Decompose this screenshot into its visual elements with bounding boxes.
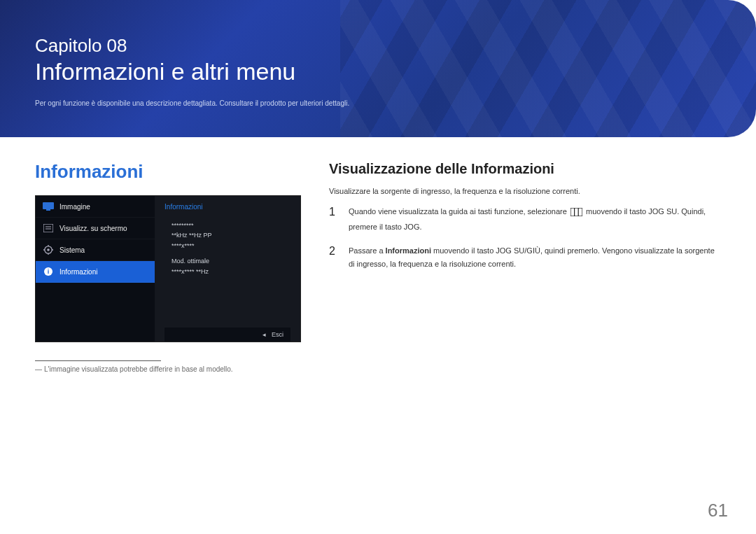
- osd-data-block: ********* **kHz **Hz PP ****x**** Mod. o…: [172, 220, 290, 282]
- footnote: ―L'immagine visualizzata potrebbe differ…: [35, 365, 301, 373]
- osd-text-line: ****x****: [172, 241, 290, 251]
- osd-menu-item-immagine: Immagine: [36, 196, 155, 218]
- osd-menu-label: Immagine: [59, 203, 90, 211]
- right-column: Visualizzazione delle Informazioni Visua…: [329, 161, 721, 373]
- step-1: 1 Quando viene visualizzata la guida ai …: [329, 205, 721, 234]
- osd-text-line: *********: [172, 220, 290, 230]
- osd-screenshot: Immagine Visualizz. su schermo Sistema: [35, 195, 301, 342]
- gear-icon: [43, 245, 54, 255]
- svg-rect-0: [43, 202, 54, 209]
- osd-text-line: ****x**** **Hz: [172, 267, 290, 276]
- osd-box-icon: [43, 223, 54, 233]
- chapter-label: Capitolo 08: [35, 35, 721, 57]
- osd-menu-label: Sistema: [59, 246, 85, 254]
- osd-footer: ◂ Esci: [164, 328, 290, 342]
- osd-menu-item-visualizz: Visualizz. su schermo: [36, 218, 155, 239]
- chapter-title: Informazioni e altri menu: [35, 58, 721, 85]
- step-2: 2 Passare a Informazioni muovendo il tas…: [329, 244, 721, 272]
- svg-rect-13: [570, 208, 582, 216]
- footnote-text: L'immagine visualizzata potrebbe differi…: [44, 365, 233, 373]
- step-text: Passare a Informazioni muovendo il tasto…: [349, 244, 721, 272]
- page-content: Informazioni Immagine Visualizz. su sche…: [0, 137, 756, 373]
- banner-note: Per ogni funzione è disponibile una desc…: [35, 99, 721, 107]
- step1-pre: Quando viene visualizzata la guida ai ta…: [349, 207, 569, 216]
- osd-menu-item-informazioni: i Informazioni: [36, 261, 155, 283]
- section-title-informazioni: Informazioni: [35, 161, 301, 183]
- osd-menu: Immagine Visualizz. su schermo Sistema: [36, 196, 155, 342]
- osd-text-line: **kHz **Hz PP: [172, 230, 290, 240]
- osd-exit-label: Esci: [272, 331, 284, 338]
- left-column: Informazioni Immagine Visualizz. su sche…: [35, 161, 301, 373]
- osd-text-line: Mod. ottimale: [172, 256, 290, 266]
- step-number: 2: [329, 244, 339, 272]
- section-title-visualizzazione: Visualizzazione delle Informazioni: [329, 161, 721, 177]
- svg-point-6: [47, 248, 50, 251]
- menu-grid-icon: [570, 207, 582, 220]
- intro-text: Visualizzare la sorgente di ingresso, la…: [329, 187, 721, 195]
- back-arrow-icon: ◂: [262, 331, 266, 338]
- osd-menu-label: Informazioni: [59, 268, 97, 276]
- footnote-divider: [35, 360, 161, 361]
- step2-bold: Informazioni: [386, 246, 431, 255]
- svg-rect-2: [43, 224, 53, 232]
- step-text: Quando viene visualizzata la guida ai ta…: [349, 205, 721, 234]
- footnote-dash: ―: [35, 365, 42, 373]
- osd-menu-label: Visualizz. su schermo: [59, 225, 127, 232]
- monitor-icon: [43, 202, 54, 211]
- osd-panel: Informazioni ********* **kHz **Hz PP ***…: [155, 196, 300, 342]
- chapter-banner: Capitolo 08 Informazioni e altri menu Pe…: [0, 0, 756, 137]
- osd-panel-title: Informazioni: [164, 203, 290, 211]
- osd-menu-item-sistema: Sistema: [36, 239, 155, 261]
- step-number: 1: [329, 205, 339, 234]
- svg-text:i: i: [48, 268, 50, 275]
- page-number: 61: [708, 500, 728, 521]
- info-icon: i: [43, 267, 54, 276]
- step2-pre: Passare a: [349, 246, 386, 255]
- svg-rect-1: [46, 209, 50, 211]
